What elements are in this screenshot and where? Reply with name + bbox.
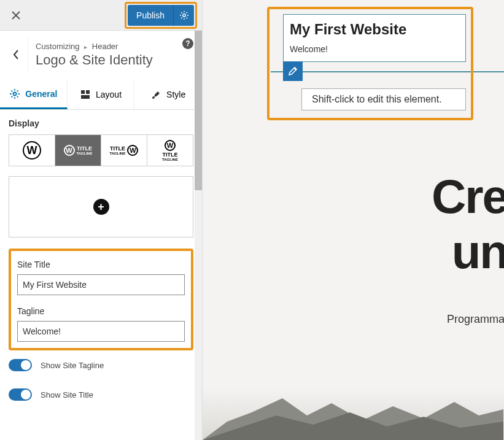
breadcrumb-sep-icon: ▸ — [84, 44, 87, 50]
edit-tooltip: Shift-click to edit this element. — [301, 88, 466, 110]
preview-site-title: My First Website — [290, 21, 459, 38]
svg-rect-3 — [86, 90, 90, 94]
wordpress-logo-icon: W — [64, 145, 75, 156]
site-title-label: Site Title — [17, 260, 185, 269]
display-label: Display — [9, 118, 193, 128]
tagline-label: Tagline — [17, 306, 185, 316]
tab-style[interactable]: Style — [134, 80, 202, 109]
toggle-show-title-row: Show Site Title — [9, 380, 193, 409]
customizer-topbar: Publish — [0, 0, 202, 31]
hero-subtext: Programmat — [447, 313, 504, 326]
tab-label: Layout — [96, 90, 122, 99]
display-title-tagline-logo-h[interactable]: TITLETAGLINE W — [101, 135, 147, 166]
toggle-show-title[interactable] — [9, 388, 32, 401]
site-preview: My First Website Welcome! Shift-click to… — [203, 0, 504, 440]
toggle-show-tagline-row: Show Site Tagline — [9, 350, 193, 380]
publish-highlight: Publish — [125, 2, 197, 29]
edit-element-button[interactable] — [283, 61, 303, 81]
toggle-show-tagline-label: Show Site Tagline — [41, 361, 104, 370]
site-title-input[interactable] — [17, 274, 185, 295]
publish-button[interactable]: Publish — [128, 5, 173, 26]
gear-icon — [179, 10, 189, 20]
display-options: W W TITLETAGLINE TITLETAGLINE W W TITLET… — [9, 134, 193, 166]
panel-title: Logo & Site Identity — [36, 52, 193, 68]
wordpress-logo-icon: W — [127, 145, 138, 156]
brush-icon — [150, 89, 161, 100]
hero-heading: Cre un — [432, 169, 504, 279]
tab-bar: General Layout Style — [0, 80, 202, 110]
display-logo-only[interactable]: W — [9, 135, 55, 166]
display-logo-title-tagline-v[interactable]: W TITLETAGLINE — [147, 135, 193, 166]
breadcrumb-prefix: Customizing — [36, 42, 80, 51]
tab-label: General — [25, 89, 57, 99]
panel-body: Display W W TITLETAGLINE TITLETAGLINE W … — [0, 110, 202, 440]
site-identity-preview[interactable]: My First Website Welcome! — [283, 14, 466, 62]
breadcrumb-parent: Header — [92, 42, 118, 51]
svg-rect-4 — [81, 95, 90, 99]
close-icon — [12, 11, 20, 20]
plus-icon: + — [93, 199, 109, 215]
sidebar-scrollbar-thumb[interactable] — [195, 31, 202, 190]
svg-point-0 — [182, 14, 185, 16]
add-logo-button[interactable]: + — [9, 176, 193, 237]
close-customizer-button[interactable] — [5, 4, 27, 26]
tab-general[interactable]: General — [0, 80, 68, 109]
hero-image — [203, 391, 503, 440]
identity-fields-highlight: Site Title Tagline — [9, 249, 193, 350]
pencil-icon — [288, 66, 298, 76]
back-button[interactable] — [4, 38, 28, 71]
svg-point-1 — [14, 92, 17, 95]
tab-layout[interactable]: Layout — [68, 80, 135, 109]
breadcrumb-row: Customizing ▸ Header Logo & Site Identit… — [0, 31, 202, 74]
tab-label: Style — [166, 90, 185, 99]
wordpress-logo-icon: W — [165, 140, 176, 151]
toggle-show-tagline[interactable] — [9, 359, 32, 371]
preview-highlight: My First Website Welcome! Shift-click to… — [267, 7, 473, 120]
wordpress-logo-icon: W — [23, 141, 41, 160]
chevron-left-icon — [12, 49, 20, 60]
gear-icon — [9, 88, 20, 99]
toggle-show-title-label: Show Site Title — [41, 390, 93, 399]
tagline-input[interactable] — [17, 321, 185, 342]
layout-icon — [80, 89, 91, 100]
svg-rect-2 — [81, 90, 85, 94]
preview-tagline: Welcome! — [290, 44, 459, 54]
display-logo-title-tagline-h[interactable]: W TITLETAGLINE — [55, 135, 101, 166]
publish-settings-button[interactable] — [173, 5, 194, 26]
help-button[interactable]: ? — [182, 38, 193, 49]
